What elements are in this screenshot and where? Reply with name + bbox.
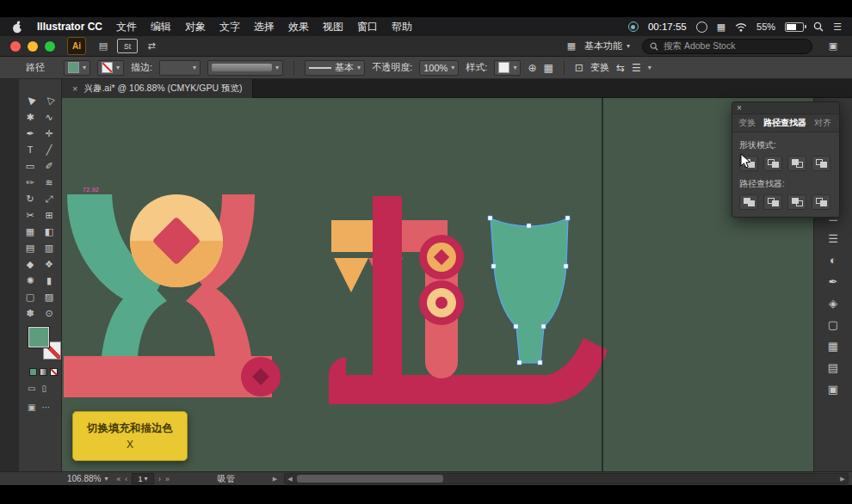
variable-width-dropdown[interactable]: ▾ [207, 60, 283, 76]
symbols-panel-icon[interactable]: ◈ [829, 298, 837, 309]
adobe-stock-icon[interactable]: St [117, 39, 138, 53]
curvature-tool[interactable]: ✛ [40, 126, 59, 141]
siri-icon[interactable] [696, 22, 707, 33]
scale-tool[interactable]: ⤢ [40, 191, 59, 206]
screen-mode-icon[interactable]: ▣ [28, 403, 35, 412]
perspective-grid-tool[interactable]: ▦ [21, 224, 40, 239]
mesh-tool[interactable]: ▤ [21, 240, 40, 255]
panel-tab-对齐[interactable]: 对齐 [814, 117, 831, 129]
pencil-tool[interactable]: ✏ [21, 175, 40, 190]
close-tab-icon[interactable]: × [72, 84, 77, 94]
brush-definition-dropdown[interactable]: 基本▾ [305, 60, 365, 76]
rotate-tool[interactable]: ↻ [21, 191, 40, 206]
scissors-tool[interactable]: ✂ [21, 207, 40, 223]
menu-文件[interactable]: 文件 [116, 20, 137, 34]
panel-tab-变换[interactable]: 变换 [738, 117, 756, 129]
workspace-switcher[interactable]: ▦ 基本功能 ▾ [563, 39, 630, 53]
shape-builder-tool[interactable]: ◧ [40, 224, 59, 239]
shape-mode-minus-front-button[interactable] [763, 156, 782, 171]
color-button[interactable] [29, 368, 37, 376]
scrollbar-thumb[interactable] [297, 475, 443, 482]
control-bar-menu-icon[interactable]: ☰ [632, 63, 641, 73]
align-icon[interactable]: ⊡ [575, 63, 583, 73]
menu-选择[interactable]: 选择 [254, 20, 275, 34]
minimize-window-button[interactable] [28, 41, 38, 52]
libraries-panel-icon[interactable]: ▣ [828, 384, 838, 395]
publish-online-icon[interactable]: ⊕ [528, 63, 536, 73]
home-icon[interactable]: ▤ [95, 39, 112, 53]
scroll-left-icon[interactable]: ◀ [285, 476, 295, 482]
blend-tool[interactable]: ❖ [40, 256, 59, 272]
zoom-dropdown[interactable]: 106.88% ▾ [67, 474, 108, 483]
search-icon[interactable] [813, 22, 824, 32]
toolbar-menu-icon[interactable]: ⋯ [41, 403, 50, 412]
paintbrush-tool[interactable]: ✐ [40, 158, 59, 174]
wifi-icon[interactable] [735, 22, 747, 32]
none-button[interactable] [50, 368, 58, 376]
close-window-button[interactable] [10, 41, 21, 52]
shape-mode-exclude-button[interactable] [812, 156, 830, 171]
opacity-dropdown[interactable]: 100%▾ [419, 60, 459, 76]
stock-search-field[interactable]: 搜索 Adobe Stock [642, 39, 812, 54]
current-tool-status[interactable]: 吸管 [218, 473, 235, 485]
artboard-tool[interactable]: ▢ [21, 289, 40, 304]
menu-帮助[interactable]: 帮助 [392, 20, 412, 34]
transform-label[interactable]: 变换 [590, 61, 609, 74]
type-tool[interactable]: T [21, 142, 40, 157]
artboard-number-dropdown[interactable]: 1 ▾ [132, 473, 154, 484]
symbol-sprayer-tool[interactable]: ✺ [21, 273, 40, 288]
fullscreen-window-button[interactable] [45, 41, 55, 52]
battery-icon[interactable] [785, 22, 804, 32]
document-tab[interactable]: × 兴趣.ai* @ 106.88% (CMYK/GPU 预览) [62, 79, 253, 98]
fill-color-dropdown[interactable]: ▾ [64, 60, 90, 76]
scrollbar-track[interactable] [295, 475, 837, 482]
layers-panel-icon[interactable]: ▢ [828, 319, 838, 330]
shape-properties-icon[interactable]: ⇆ [616, 63, 625, 73]
menu-视图[interactable]: 视图 [323, 20, 343, 34]
spotlight-grid-icon[interactable]: ▦ [717, 22, 725, 32]
hand-tool[interactable]: ✽ [21, 305, 40, 321]
next-artboard-icon[interactable]: › [158, 475, 161, 483]
brushes-panel-icon[interactable]: ✒ [829, 276, 838, 287]
rectangle-tool[interactable]: ▭ [21, 158, 40, 174]
menu-对象[interactable]: 对象 [185, 20, 206, 34]
shaper-tool[interactable]: ≋ [40, 175, 59, 190]
status-popup-icon[interactable]: ▶ [273, 476, 277, 482]
clock[interactable]: 00:17:55 [648, 22, 687, 32]
panel-toggle-icon[interactable]: ▣ [824, 39, 842, 53]
menu-文字[interactable]: 文字 [219, 20, 240, 34]
previous-artboard-icon[interactable]: ‹ [125, 475, 127, 483]
shape-mode-intersect-button[interactable] [787, 156, 806, 171]
stroke-panel-icon[interactable]: ☰ [828, 233, 838, 244]
gradient-button[interactable] [40, 368, 47, 376]
notification-center-icon[interactable]: ☰ [833, 22, 842, 32]
menu-效果[interactable]: 效果 [288, 20, 309, 34]
pathfinder-crop-button[interactable] [812, 194, 830, 210]
canvas[interactable]: 72.92 切换填充和描边色 X [62, 98, 813, 471]
column-graph-tool[interactable]: ▮ [40, 273, 59, 288]
scroll-right-icon[interactable]: ▶ [837, 476, 848, 482]
gradient-tool[interactable]: ▥ [40, 240, 59, 255]
menu-编辑[interactable]: 编辑 [151, 20, 171, 34]
slice-tool[interactable]: ▨ [40, 289, 59, 304]
fill-color-well[interactable] [28, 327, 49, 347]
panel-tab-路径查找器[interactable]: 路径查找器 [763, 117, 806, 129]
line-segment-tool[interactable]: ╱ [40, 142, 59, 157]
graphic-style-dropdown[interactable]: ▾ [494, 60, 521, 76]
last-artboard-icon[interactable]: » [165, 475, 170, 483]
pathfinder-divide-button[interactable] [739, 194, 758, 210]
panel-close-icon[interactable]: × [737, 104, 742, 113]
draw-normal-icon[interactable]: ▭ [28, 384, 35, 393]
pathfinder-merge-button[interactable] [787, 194, 806, 210]
stroke-weight-dropdown[interactable]: ▾ [159, 60, 201, 76]
pen-tool[interactable]: ✒ [21, 126, 40, 141]
document-setup-icon[interactable]: ▦ [543, 63, 553, 73]
zoom-tool[interactable]: ⊙ [40, 305, 59, 321]
swatches-panel-icon[interactable]: ▤ [828, 362, 838, 373]
free-transform-tool[interactable]: ⊞ [40, 207, 59, 223]
draw-behind-icon[interactable]: ▯ [41, 384, 46, 393]
apple-menu-icon[interactable] [12, 21, 23, 34]
eyedropper-tool[interactable]: ◆ [21, 256, 40, 272]
first-artboard-icon[interactable]: « [117, 475, 121, 483]
stroke-color-dropdown[interactable]: ▾ [97, 60, 124, 76]
